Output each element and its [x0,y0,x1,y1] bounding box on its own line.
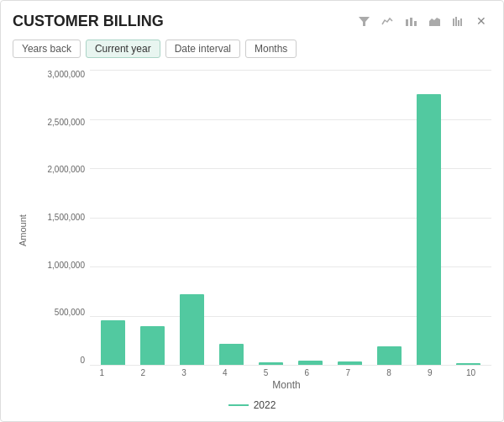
tab-current-year[interactable]: Current year [86,40,160,58]
bar [417,94,440,365]
tab-months[interactable]: Months [245,40,297,58]
y-label: 1,500,000 [48,213,86,222]
y-label: 0 [80,356,85,365]
legend-label: 2022 [254,399,276,411]
bar-group [330,70,370,365]
bar [180,294,203,365]
area-chart-icon[interactable] [424,11,444,31]
close-icon[interactable]: ✕ [471,11,491,31]
bar-group [291,70,330,365]
bar-group [172,70,212,365]
grouped-chart-icon[interactable] [448,11,468,31]
svg-marker-0 [359,17,370,26]
filter-tabs: Years backCurrent yearDate intervalMonth… [13,40,491,58]
tab-years-back[interactable]: Years back [13,40,81,58]
bar-group [212,70,251,365]
bar-group [370,70,409,365]
chart-container: Amount 3,000,0002,500,0002,000,0001,500,… [13,70,491,391]
x-label: 8 [369,368,410,377]
bar [259,362,282,366]
grid-line [90,365,491,366]
filter-icon[interactable] [354,11,374,31]
svg-rect-7 [458,20,459,26]
card-header: CUSTOMER BILLING ✕ [13,11,491,31]
y-label: 2,500,000 [48,118,86,127]
bar-group [93,70,133,365]
x-label: 3 [164,368,205,377]
x-axis-labels: 12345678910 [81,365,491,377]
y-axis-labels: 3,000,0002,500,0002,000,0001,500,0001,00… [38,70,90,365]
chart-legend: 2022 [13,399,491,411]
x-axis-title: Month [81,379,491,391]
svg-rect-5 [453,18,454,26]
x-label: 6 [286,368,328,377]
bar [456,363,480,365]
svg-rect-2 [410,18,412,26]
svg-rect-8 [460,18,462,26]
bar-group [449,70,488,365]
chart-inner: 3,000,0002,500,0002,000,0001,500,0001,00… [29,70,491,391]
y-label: 2,000,000 [48,165,86,174]
x-label: 9 [409,368,450,377]
bar-group [409,70,449,365]
x-label: 7 [328,368,369,377]
svg-rect-6 [455,17,457,26]
tab-date-interval[interactable]: Date interval [165,40,240,58]
chart-area: Amount 3,000,0002,500,0002,000,0001,500,… [13,70,491,411]
svg-marker-4 [429,18,440,26]
plot-area [90,70,491,365]
svg-rect-1 [406,19,408,26]
bar [298,361,322,365]
y-label: 3,000,000 [48,70,86,79]
bars-container [90,70,491,365]
x-label: 10 [450,368,491,377]
x-label: 1 [81,368,123,377]
toolbar-icons: ✕ [354,11,491,31]
bar [338,361,361,365]
line-chart-icon[interactable] [377,11,397,31]
bar [219,344,243,365]
svg-rect-3 [414,21,417,26]
x-label: 5 [245,368,286,377]
legend-line [228,404,249,406]
bar [101,320,124,365]
x-label: 4 [204,368,245,377]
x-label: 2 [123,368,164,377]
y-label: 500,000 [55,308,85,317]
grid-and-bars: 3,000,0002,500,0002,000,0001,500,0001,00… [38,70,491,365]
bar [377,346,401,365]
card-title: CUSTOMER BILLING [13,13,164,30]
bar-group [133,70,172,365]
bar [140,326,164,365]
bar-chart-icon[interactable] [401,11,421,31]
customer-billing-card: CUSTOMER BILLING ✕ Years backCurrent yea… [0,0,504,422]
y-label: 1,000,000 [48,261,86,270]
y-axis-label: Amount [13,70,29,391]
bar-group [251,70,291,365]
